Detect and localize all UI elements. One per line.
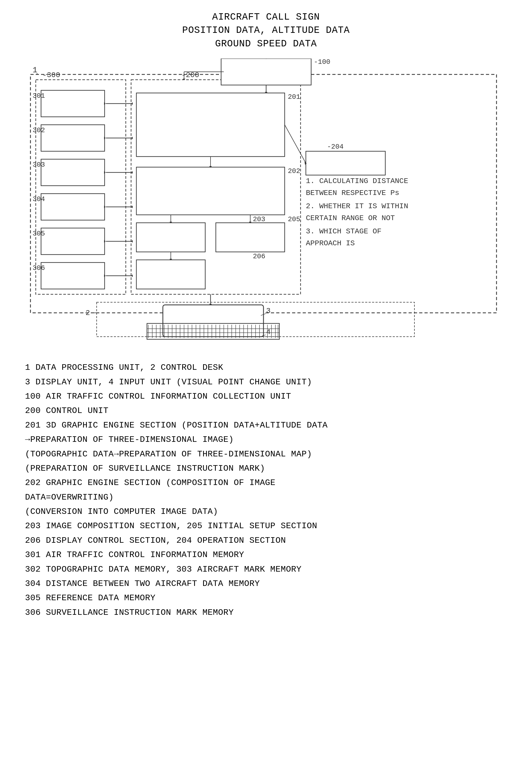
header-line2: POSITION DATA, ALTITUDE DATA — [16, 24, 516, 37]
svg-rect-0 — [30, 74, 497, 313]
legend-line-16: 304 DISTANCE BETWEEN TWO AIRCRAFT DATA M… — [25, 577, 507, 591]
legend-line-11: (CONVERSION INTO COMPUTER IMAGE DATA) — [25, 505, 507, 519]
svg-text:APPROACH IS: APPROACH IS — [306, 239, 355, 247]
svg-rect-51 — [136, 223, 205, 252]
svg-marker-30 — [131, 240, 133, 243]
svg-rect-47 — [136, 167, 285, 215]
svg-rect-14 — [41, 263, 105, 289]
svg-rect-8 — [41, 159, 105, 186]
svg-text:4: 4 — [266, 328, 271, 336]
svg-marker-21 — [131, 137, 133, 139]
legend-line-4: 200 CONTROL UNIT — [25, 404, 507, 418]
svg-text:-200: -200 — [181, 71, 199, 79]
svg-rect-45 — [136, 93, 285, 157]
svg-text:-300: -300 — [42, 71, 60, 79]
svg-rect-10 — [41, 194, 105, 220]
svg-text:205: 205 — [288, 215, 300, 223]
svg-rect-36 — [221, 59, 311, 85]
svg-text:3. WHICH STAGE OF: 3. WHICH STAGE OF — [306, 227, 382, 235]
diagram: 1 -300 301 302 303 304 305 306 — [25, 59, 507, 345]
svg-marker-23 — [104, 171, 106, 174]
svg-text:302: 302 — [33, 126, 45, 134]
svg-marker-75 — [305, 162, 307, 165]
legend-line-13: 206 DISPLAY CONTROL SECTION, 204 OPERATI… — [25, 533, 507, 548]
svg-marker-20 — [104, 137, 106, 139]
svg-rect-6 — [41, 125, 105, 151]
header-line3: GROUND SPEED DATA — [16, 37, 516, 51]
svg-rect-55 — [136, 260, 205, 289]
svg-marker-26 — [104, 206, 106, 208]
svg-marker-70 — [249, 222, 252, 223]
legend-line-9: 202 GRAPHIC ENGINE SECTION (COMPOSITION … — [25, 476, 507, 490]
svg-text:2: 2 — [86, 309, 90, 317]
legend-line-18: 306 SURVEILLANCE INSTRUCTION MARK MEMORY — [25, 606, 507, 620]
svg-rect-53 — [216, 223, 285, 252]
header-line1: AIRCRAFT CALL SIGN — [16, 11, 516, 24]
svg-text:CERTAIN RANGE OR NOT: CERTAIN RANGE OR NOT — [306, 214, 395, 222]
svg-rect-34 — [131, 80, 301, 294]
svg-rect-79 — [147, 323, 279, 339]
legend-line-10: DATA=OVERWRITING) — [25, 490, 507, 505]
svg-text:202: 202 — [288, 167, 300, 175]
svg-text:303: 303 — [33, 161, 45, 169]
legend-line-3: 100 AIR TRAFFIC CONTROL INFORMATION COLL… — [25, 389, 507, 404]
svg-rect-4 — [41, 90, 105, 117]
svg-rect-49 — [306, 151, 385, 175]
svg-text:2. WHETHER IT IS WITHIN: 2. WHETHER IT IS WITHIN — [306, 202, 408, 210]
svg-text:301: 301 — [33, 92, 45, 100]
svg-text:-204: -204 — [327, 143, 343, 151]
legend-line-17: 305 REFERENCE DATA MEMORY — [25, 591, 507, 605]
legend-line-12: 203 IMAGE COMPOSITION SECTION, 205 INITI… — [25, 519, 507, 533]
svg-text:1. CALCULATING DISTANCE: 1. CALCULATING DISTANCE — [306, 177, 408, 185]
svg-text:-100: -100 — [314, 59, 330, 66]
svg-text:BETWEEN RESPECTIVE Ps: BETWEEN RESPECTIVE Ps — [306, 189, 399, 197]
svg-line-74 — [285, 125, 306, 163]
svg-rect-78 — [163, 305, 263, 337]
svg-marker-33 — [131, 274, 133, 277]
svg-marker-73 — [169, 259, 172, 260]
svg-marker-24 — [131, 171, 133, 174]
svg-rect-2 — [36, 80, 126, 294]
legend-line-8: (PREPARATION OF SURVEILLANCE INSTRUCTION… — [25, 461, 507, 476]
svg-marker-32 — [104, 274, 106, 277]
svg-text:3: 3 — [266, 307, 271, 315]
svg-text:1: 1 — [33, 66, 37, 75]
legend-line-2: 3 DISPLAY UNIT, 4 INPUT UNIT (VISUAL POI… — [25, 375, 507, 389]
svg-marker-66 — [209, 166, 212, 168]
svg-text:206: 206 — [253, 252, 265, 260]
svg-rect-12 — [41, 228, 105, 255]
svg-marker-39 — [265, 92, 267, 94]
diagram-svg: 1 -300 301 302 303 304 305 306 — [25, 59, 507, 345]
svg-marker-27 — [131, 206, 133, 208]
legend-line-14: 301 AIR TRAFFIC CONTROL INFORMATION MEMO… — [25, 548, 507, 562]
svg-marker-68 — [169, 222, 172, 223]
legend-line-7: (TOPOGRAPHIC DATA→PREPARATION OF THREE-D… — [25, 447, 507, 461]
svg-marker-41 — [265, 59, 267, 59]
legend-line-1: 1 DATA PROCESSING UNIT, 2 CONTROL DESK — [25, 361, 507, 375]
svg-text:305: 305 — [33, 230, 45, 238]
legend-line-6: →PREPARATION OF THREE-DIMENSIONAL IMAGE) — [25, 433, 507, 447]
legend-line-15: 302 TOPOGRAPHIC DATA MEMORY, 303 AIRCRAF… — [25, 562, 507, 577]
legend: 1 DATA PROCESSING UNIT, 2 CONTROL DESK 3… — [25, 361, 507, 620]
svg-marker-58 — [209, 304, 212, 305]
svg-rect-76 — [97, 302, 414, 337]
legend-line-5: 201 3D GRAPHIC ENGINE SECTION (POSITION … — [25, 418, 507, 433]
svg-text:304: 304 — [33, 195, 45, 203]
svg-text:201: 201 — [288, 93, 300, 101]
svg-marker-18 — [131, 102, 133, 105]
svg-marker-29 — [104, 240, 106, 243]
svg-marker-17 — [104, 102, 106, 105]
svg-marker-44 — [183, 79, 185, 80]
diagram-header: AIRCRAFT CALL SIGN POSITION DATA, ALTITU… — [16, 11, 516, 51]
svg-text:306: 306 — [33, 264, 45, 272]
svg-text:203: 203 — [253, 215, 265, 223]
